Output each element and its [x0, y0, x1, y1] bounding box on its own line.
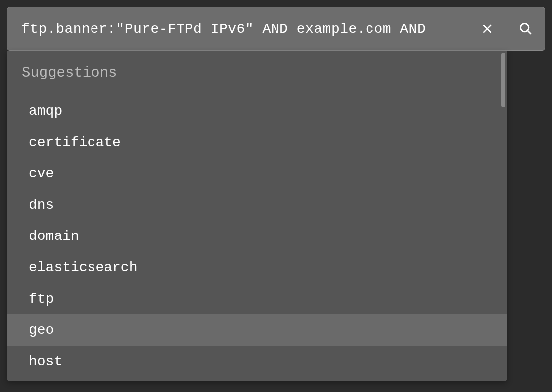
suggestion-item[interactable]: elasticsearch — [7, 252, 507, 283]
search-input[interactable] — [21, 21, 455, 37]
svg-line-3 — [527, 31, 531, 34]
suggestions-list: amqpcertificatecvednsdomainelasticsearch… — [7, 91, 507, 381]
suggestion-item[interactable]: cve — [7, 158, 507, 189]
suggestion-item[interactable]: ftp — [7, 283, 507, 314]
suggestion-item[interactable]: host — [7, 346, 507, 377]
suggestion-item[interactable]: amqp — [7, 95, 507, 127]
svg-point-2 — [520, 24, 528, 32]
clear-button[interactable] — [469, 7, 506, 50]
suggestions-header: Suggestions — [7, 51, 507, 91]
suggestion-item[interactable]: dns — [7, 189, 507, 221]
scrollbar-thumb[interactable] — [501, 53, 505, 107]
suggestion-item[interactable]: certificate — [7, 127, 507, 158]
search-bar — [7, 7, 545, 51]
suggestion-item[interactable]: geo — [7, 314, 507, 346]
suggestions-panel: Suggestions amqpcertificatecvednsdomaine… — [7, 51, 507, 381]
close-icon — [481, 22, 494, 35]
search-input-wrapper — [7, 7, 469, 50]
suggestion-item[interactable]: domain — [7, 221, 507, 252]
search-icon — [519, 22, 533, 36]
search-button[interactable] — [506, 7, 545, 50]
